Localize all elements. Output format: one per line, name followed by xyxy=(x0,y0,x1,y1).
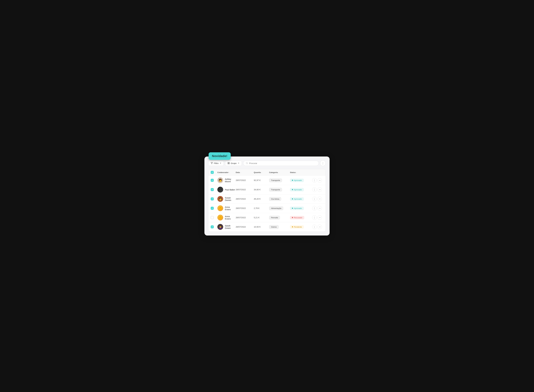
status-label-5: Pendente xyxy=(294,226,302,228)
avatar-2: 👩 xyxy=(217,196,223,202)
category-badge-2: Cia Aérea xyxy=(269,197,281,201)
person-cell-0: 🧑 Ashley Moore xyxy=(217,177,236,183)
avatar-3: 🐥 xyxy=(217,205,223,211)
status-badge-0: Aprovado xyxy=(290,179,304,182)
novidade-badge: Novidade! xyxy=(209,152,231,160)
status-dot-2 xyxy=(292,198,293,200)
person-name-4: Anna Evans xyxy=(225,215,236,220)
group-icon xyxy=(228,162,230,164)
table-row: 🕶️ Paul Baker 28/07/2022 34,60 € Transpo… xyxy=(209,185,325,194)
actions-cell-5: ⋮ → xyxy=(312,225,323,229)
status-dot-1 xyxy=(292,189,293,190)
row-checkbox-5[interactable] xyxy=(211,225,214,229)
col-header-categoria: Categoria ↓ xyxy=(269,171,290,173)
status-cell-3: Aprovado xyxy=(290,207,312,210)
sort-arrow-categoria[interactable]: ↓ xyxy=(278,172,279,173)
category-badge-5: Outros xyxy=(269,225,279,229)
amount-cell-5: 10,50 € xyxy=(254,226,269,228)
search-input[interactable] xyxy=(249,162,316,164)
svg-marker-0 xyxy=(211,162,213,164)
row-more-button-0[interactable]: ⋮ xyxy=(312,178,317,182)
actions-cell-0: ⋮ → xyxy=(312,178,323,182)
actions-cell-4: ⋮ → xyxy=(312,215,323,220)
row-checkbox-0[interactable] xyxy=(211,179,214,182)
toolbar: Filtro ▼ Grupo ▼ ⋮ xyxy=(208,160,326,166)
status-label-3: Aprovado xyxy=(294,207,302,209)
status-label-0: Aprovado xyxy=(294,179,302,181)
actions-cell-1: ⋮ → xyxy=(312,187,323,192)
row-arrow-button-4[interactable]: → xyxy=(317,215,322,220)
group-button[interactable]: Grupo ▼ xyxy=(225,161,242,166)
status-cell-4: Recusado xyxy=(290,216,312,219)
sort-arrow-quantia[interactable]: ↓ xyxy=(261,172,262,173)
row-arrow-button-2[interactable]: → xyxy=(317,197,322,201)
row-more-button-4[interactable]: ⋮ xyxy=(312,215,317,220)
category-cell-3: Alimentação xyxy=(269,206,290,210)
status-badge-3: Aprovado xyxy=(290,207,304,210)
col-header-data: Data ↓ xyxy=(236,171,254,173)
avatar-0: 🧑 xyxy=(217,177,223,183)
sort-arrow-colaborador[interactable]: ↓ xyxy=(229,172,230,173)
category-badge-1: Transporte xyxy=(269,188,282,191)
avatar-5: 👩‍🦱 xyxy=(217,224,223,230)
status-cell-1: Aprovado xyxy=(290,188,312,191)
group-chevron: ▼ xyxy=(238,162,239,164)
person-name-1: Paul Baker xyxy=(225,188,235,191)
filter-chevron: ▼ xyxy=(220,162,221,164)
status-badge-4: Recusado xyxy=(290,216,304,219)
avatar-1: 🕶️ xyxy=(217,187,223,192)
status-badge-2: Aprovado xyxy=(290,197,304,201)
group-label: Grupo xyxy=(231,162,237,164)
table-header: Colaborador ↓ Data ↓ Quantia ↓ Categoria… xyxy=(209,169,325,176)
row-checkbox-cell-2 xyxy=(211,197,217,201)
date-cell-4: 26/07/2022 xyxy=(236,216,254,219)
date-cell-2: 28/07/2022 xyxy=(236,198,254,200)
sort-arrow-data[interactable]: ↓ xyxy=(240,172,241,173)
svg-line-6 xyxy=(247,163,248,164)
row-checkbox-1[interactable] xyxy=(211,188,214,191)
sort-arrow-status[interactable]: ↓ xyxy=(296,172,297,173)
table-row: 👩 Susan Davies 28/07/2022 49,20 € Cia Aé… xyxy=(209,194,325,204)
date-cell-3: 28/07/2022 xyxy=(236,207,254,209)
more-options-button[interactable]: ⋮ xyxy=(320,160,326,166)
row-more-button-5[interactable]: ⋮ xyxy=(312,225,317,229)
row-more-button-2[interactable]: ⋮ xyxy=(312,197,317,201)
table-row: 🐥 Anna Evans 28/07/2022 2,78 € Alimentaç… xyxy=(209,204,325,213)
row-checkbox-cell-4 xyxy=(211,216,217,219)
person-name-2: Susan Davies xyxy=(225,196,236,201)
status-badge-1: Aprovado xyxy=(290,188,304,191)
status-dot-3 xyxy=(292,208,293,209)
avatar-4: 🐥 xyxy=(217,215,223,220)
category-cell-0: Transporte xyxy=(269,178,290,182)
date-cell-1: 28/07/2022 xyxy=(236,188,254,191)
select-all-checkbox[interactable] xyxy=(211,171,214,174)
row-arrow-button-5[interactable]: → xyxy=(317,225,322,229)
row-arrow-button-3[interactable]: → xyxy=(317,206,322,210)
amount-cell-2: 49,20 € xyxy=(254,198,269,200)
search-icon xyxy=(246,162,248,164)
row-checkbox-4[interactable] xyxy=(211,216,214,219)
amount-cell-4: 5,21 € xyxy=(254,216,269,219)
actions-cell-2: ⋮ → xyxy=(312,197,323,201)
category-badge-4: Pernoite xyxy=(269,216,280,219)
status-label-2: Aprovado xyxy=(294,198,302,200)
svg-rect-3 xyxy=(228,163,228,164)
search-bar xyxy=(243,161,319,166)
person-cell-5: 👩‍🦱 Sarah Green xyxy=(217,224,236,230)
row-more-button-3[interactable]: ⋮ xyxy=(312,206,317,210)
row-checkbox-2[interactable] xyxy=(211,197,214,201)
person-cell-2: 👩 Susan Davies xyxy=(217,196,236,202)
svg-rect-1 xyxy=(228,162,228,163)
row-checkbox-cell-0 xyxy=(211,179,217,182)
data-table: Colaborador ↓ Data ↓ Quantia ↓ Categoria… xyxy=(208,169,326,232)
row-arrow-button-0[interactable]: → xyxy=(317,178,322,182)
status-label-1: Aprovado xyxy=(294,189,302,191)
filter-button[interactable]: Filtro ▼ xyxy=(208,161,224,166)
row-more-button-1[interactable]: ⋮ xyxy=(312,187,317,192)
table-row: 🐥 Anna Evans 26/07/2022 5,21 € Pernoite … xyxy=(209,213,325,222)
status-badge-5: Pendente xyxy=(290,225,304,229)
row-arrow-button-1[interactable]: → xyxy=(317,187,322,192)
status-cell-5: Pendente xyxy=(290,225,312,229)
row-checkbox-3[interactable] xyxy=(211,207,214,210)
row-checkbox-cell-3 xyxy=(211,207,217,210)
